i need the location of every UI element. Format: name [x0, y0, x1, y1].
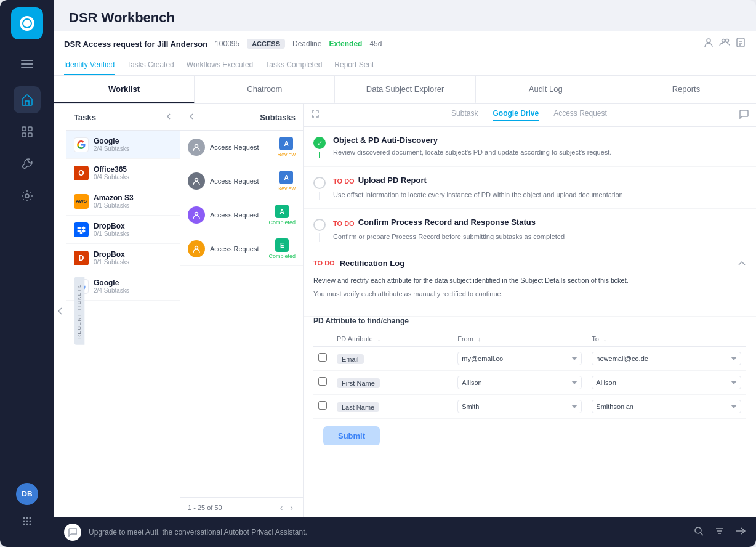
- collapse-icon: [57, 307, 63, 315]
- sidebar-item-tools[interactable]: [14, 150, 41, 177]
- logo-icon: [17, 14, 37, 33]
- arrow-icon[interactable]: [735, 525, 746, 539]
- pd-from-email[interactable]: my@email.co: [457, 352, 582, 365]
- sidebar-nav: [14, 86, 41, 483]
- subtasks-column: Subtasks Access Request A: [180, 104, 304, 517]
- rectification-section: TO DO Rectification Log Review and recti…: [304, 251, 756, 317]
- pd-to-lastname[interactable]: Smithsonian: [592, 400, 741, 413]
- google-icon: [74, 137, 89, 152]
- ticket-info-bar: DSR Access request for Jill Anderson 100…: [54, 31, 756, 76]
- task-sub-office365: 0/4 Subtasks: [94, 174, 129, 180]
- panel-collapse-button[interactable]: [54, 104, 66, 517]
- detail-tab-subtask[interactable]: Subtask: [451, 109, 478, 121]
- sidebar-item-dashboard[interactable]: [14, 118, 41, 145]
- tab-chatroom[interactable]: Chatroom: [195, 76, 335, 103]
- ticket-deadline-label: Deadline: [292, 39, 321, 48]
- col-header-pd-attribute: PD Attribute ↓: [332, 331, 452, 347]
- svg-point-12: [23, 521, 25, 522]
- tab-tasks-created[interactable]: Tasks Created: [127, 55, 174, 75]
- task-sub-google: 2/4 Subtasks: [94, 145, 129, 152]
- subtask-item-3[interactable]: Access Request A Completed: [180, 198, 303, 232]
- task-item-office365[interactable]: O Office365 0/4 Subtasks: [66, 159, 180, 187]
- rectification-title: Rectification Log: [340, 259, 404, 268]
- user-avatar[interactable]: DB: [16, 483, 38, 505]
- sidebar-item-settings[interactable]: [14, 182, 41, 209]
- pd-from-lastname[interactable]: Smith: [457, 400, 582, 413]
- recent-tickets-label[interactable]: RECENT TICKETS: [74, 277, 84, 345]
- chevron-left-subtasks-icon: [188, 113, 195, 120]
- subtask-item-1[interactable]: Access Request A Review: [180, 131, 303, 164]
- task-item-google[interactable]: Google 2/4 Subtasks: [66, 131, 180, 159]
- tab-reports[interactable]: Reports: [616, 76, 756, 103]
- pd-from-firstname[interactable]: Allison: [457, 376, 582, 389]
- svg-point-20: [726, 39, 729, 43]
- subtask-badge-3: A: [275, 205, 289, 218]
- task-detail-info-3: TO DO Confirm Process Record and Respons…: [333, 217, 746, 242]
- subtask-item-4[interactable]: Access Request E Completed: [180, 232, 303, 266]
- svg-rect-21: [737, 38, 744, 47]
- task-detail-title-1: Object & PD Auti-Discovery: [333, 136, 746, 145]
- tab-worklist[interactable]: Worklist: [54, 76, 195, 103]
- app-logo[interactable]: [11, 7, 43, 39]
- search-icon[interactable]: [693, 525, 704, 539]
- task-detail-desc-1: Review discovered document, locate subje…: [333, 147, 746, 158]
- task-sub-amazon: 0/1 Subtasks: [94, 202, 134, 209]
- tab-identity-verified[interactable]: Identity Verified: [64, 55, 115, 75]
- svg-rect-1: [21, 60, 33, 61]
- chevron-left-icon: [165, 113, 172, 120]
- tasks-collapse-btn[interactable]: [165, 111, 172, 123]
- svg-point-13: [26, 521, 28, 522]
- task-item-dropbox-2[interactable]: D DropBox 0/1 Subtasks: [66, 244, 180, 272]
- tab-data-subject-explorer[interactable]: Data Subject Explorer: [335, 76, 475, 103]
- pd-row-checkbox-2[interactable]: [318, 377, 327, 386]
- rectification-header[interactable]: TO DO Rectification Log: [304, 251, 756, 275]
- task-item-dropbox-1[interactable]: DropBox 0/1 Subtasks: [66, 216, 180, 244]
- progress-tabs: Identity Verified Tasks Created Workflow…: [64, 55, 746, 75]
- pd-table: PD Attribute ↓ From ↓ To ↓: [313, 331, 746, 419]
- sidebar-item-home[interactable]: [14, 86, 41, 113]
- settings-icon: [20, 189, 34, 203]
- ticket-action-icons: [703, 37, 746, 51]
- pd-row-checkbox-1[interactable]: [318, 353, 327, 362]
- subtasks-collapse-btn[interactable]: [188, 111, 195, 123]
- pagination-info: 1 - 25 of 50: [188, 504, 222, 511]
- subtask-avatar-3: [188, 206, 205, 224]
- pd-to-firstname[interactable]: Allison: [592, 376, 741, 389]
- chat-bubble-icon: [64, 524, 81, 541]
- tab-tasks-completed[interactable]: Tasks Completed: [265, 55, 322, 75]
- chat-icon: [739, 109, 749, 119]
- svg-point-19: [722, 39, 725, 43]
- subtask-status-3: Completed: [268, 219, 296, 225]
- detail-tab-google-drive[interactable]: Google Drive: [493, 109, 539, 121]
- tab-workflows-executed[interactable]: Workflows Executed: [187, 55, 254, 75]
- svg-point-28: [195, 246, 198, 249]
- subtask-avatar-1: [188, 139, 205, 156]
- person-icon-2: [192, 177, 201, 185]
- svg-rect-5: [28, 127, 32, 131]
- task-sub-dropbox-1: 0/1 Subtasks: [94, 230, 129, 237]
- pagination-next[interactable]: ›: [288, 503, 296, 513]
- task-detail-desc-2: Use offset information to locate every i…: [333, 190, 746, 200]
- task-check-2: [313, 177, 326, 189]
- dropbox-icon-2: D: [74, 251, 89, 265]
- pagination-prev[interactable]: ‹: [278, 503, 286, 513]
- svg-point-0: [25, 22, 29, 25]
- bottom-bar: Upgrade to meet Auti, the conversational…: [54, 517, 756, 547]
- task-item-amazon-s3[interactable]: AWS Amazon S3 0/1 Subtasks: [66, 187, 180, 216]
- comment-icon[interactable]: [739, 109, 749, 121]
- subtask-item-2[interactable]: Access Request A Review: [180, 164, 303, 198]
- ticket-icon-person[interactable]: [703, 37, 714, 51]
- submit-button[interactable]: Submit: [323, 426, 380, 445]
- ticket-icon-doc[interactable]: [735, 37, 746, 51]
- grid-button[interactable]: [16, 510, 38, 532]
- expand-icon[interactable]: [311, 110, 320, 121]
- tools-icon: [20, 157, 34, 171]
- pd-to-email[interactable]: newemail@co.de: [592, 352, 741, 365]
- tab-report-sent[interactable]: Report Sent: [334, 55, 374, 75]
- pd-row-checkbox-3[interactable]: [318, 401, 327, 410]
- tab-audit-log[interactable]: Audit Log: [476, 76, 616, 103]
- menu-button[interactable]: [15, 52, 39, 76]
- filter-icon[interactable]: [714, 525, 725, 539]
- detail-tab-access-request[interactable]: Access Request: [553, 109, 607, 121]
- ticket-icon-users[interactable]: [719, 37, 730, 51]
